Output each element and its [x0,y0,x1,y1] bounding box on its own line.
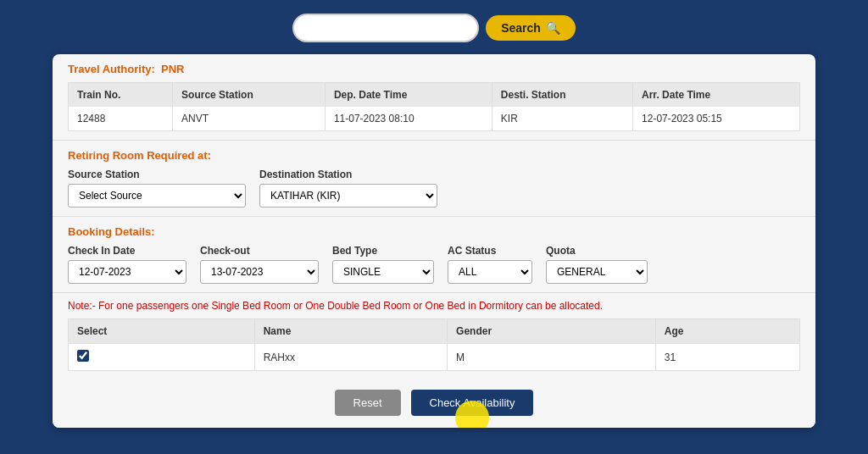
reset-button[interactable]: Reset [335,390,401,416]
bed-type-select[interactable]: SINGLE [332,260,434,284]
retiring-room-form-row: Source Station Select Source Destination… [68,169,800,208]
booking-details-section: Booking Details: Check In Date 12-07-202… [53,217,815,293]
search-button[interactable]: Search 🔍 [486,15,576,41]
passenger-table: Select Name Gender Age RAHxxM31 [68,318,800,371]
check-in-date-label: Check In Date [68,245,186,257]
button-row: Reset Check Availability ☝ [53,379,815,428]
source-station-group: Source Station Select Source [68,169,246,208]
col-source-station: Source Station [173,83,326,108]
check-out-date-select[interactable]: 13-07-2023 [200,260,319,284]
booking-details-label: Booking Details: [68,225,155,238]
cell-source-station: ANVT [173,107,326,131]
destination-station-label: Destination Station [259,169,437,180]
col-desti-station: Desti. Station [492,83,632,108]
travel-authority-label: Travel Authority: [68,63,155,75]
travel-authority-section: Travel Authority: PNR Train No. Source S… [53,54,815,141]
ac-status-select[interactable]: ALL [448,260,532,284]
search-button-label: Search [501,21,541,35]
col-arr-date-time: Arr. Date Time [633,83,800,108]
search-bar: 2364296694 Search 🔍 [292,14,576,42]
destination-station-select[interactable]: KATIHAR (KIR) [259,184,437,208]
cell-train-no: 12488 [69,107,173,131]
ac-status-group: AC Status ALL [448,245,532,284]
quota-group: Quota GENERAL [546,245,648,284]
retiring-room-label: Retiring Room Required at: [68,149,211,162]
bed-type-label: Bed Type [332,245,434,257]
passenger-row: RAHxxM31 [69,344,800,371]
cell-desti-station: KIR [492,107,632,131]
check-out-date-group: Check-out 13-07-2023 [200,245,319,284]
table-row: 12488 ANVT 11-07-2023 08:10 KIR 12-07-20… [69,107,800,131]
check-availability-wrapper: Check Availability ☝ [411,390,534,416]
col-name: Name [254,319,447,344]
booking-details-form-row: Check In Date 12-07-2023 Check-out 13-07… [68,245,800,284]
source-station-select[interactable]: Select Source [68,184,246,208]
col-gender: Gender [448,319,656,344]
col-select: Select [69,319,255,344]
cell-dep-date-time: 11-07-2023 08:10 [325,107,492,131]
quota-label: Quota [546,245,648,257]
check-in-date-group: Check In Date 12-07-2023 [68,245,186,284]
search-icon: 🔍 [546,21,560,35]
cell-arr-date-time: 12-07-2023 05:15 [633,107,800,131]
source-station-label: Source Station [68,169,246,180]
retiring-room-section: Retiring Room Required at: Source Statio… [53,141,815,217]
passenger-gender: M [448,344,656,371]
search-input[interactable]: 2364296694 [292,14,479,42]
check-availability-button[interactable]: Check Availability [411,390,534,416]
travel-authority-type: PNR [161,63,184,75]
bed-type-group: Bed Type SINGLE [332,245,434,284]
passenger-section: Select Name Gender Age RAHxxM31 [53,318,815,379]
passenger-name: RAHxx [254,344,447,371]
booking-details-title: Booking Details: [68,225,800,238]
col-dep-date-time: Dep. Date Time [325,83,492,108]
retiring-room-title: Retiring Room Required at: [68,149,800,162]
check-in-date-select[interactable]: 12-07-2023 [68,260,186,284]
passenger-checkbox-cell[interactable] [69,344,255,371]
note-text: Note:- For one passengers one Single Bed… [53,293,815,318]
train-info-table: Train No. Source Station Dep. Date Time … [68,82,800,131]
destination-station-group: Destination Station KATIHAR (KIR) [259,169,437,208]
check-out-date-label: Check-out [200,245,319,257]
travel-authority-title: Travel Authority: PNR [68,63,800,75]
passenger-age: 31 [655,344,799,371]
quota-select[interactable]: GENERAL [546,260,648,284]
col-age: Age [655,319,799,344]
ac-status-label: AC Status [448,245,532,257]
col-train-no: Train No. [69,83,173,108]
main-card: Travel Authority: PNR Train No. Source S… [53,54,815,428]
passenger-checkbox[interactable] [77,350,89,362]
